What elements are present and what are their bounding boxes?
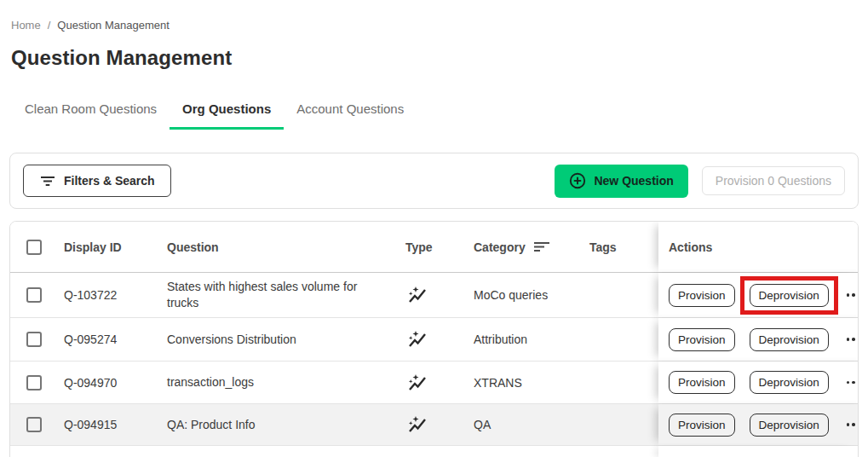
sparkle-trend-icon	[407, 415, 463, 434]
header-checkbox-cell	[10, 240, 64, 255]
type-cell	[405, 373, 474, 392]
type-cell	[405, 330, 474, 349]
tab-bar: Clean Room Questions Org Questions Accou…	[9, 101, 859, 130]
breadcrumb-home-link[interactable]: Home	[11, 19, 41, 32]
filters-search-button[interactable]: Filters & Search	[23, 165, 171, 197]
deprovision-button-wrap: Deprovision	[750, 284, 829, 307]
deprovision-button[interactable]: Deprovision	[750, 284, 829, 307]
filter-icon	[39, 173, 56, 188]
select-all-checkbox[interactable]	[26, 240, 42, 255]
tab-org-questions[interactable]: Org Questions	[170, 101, 284, 130]
sparkle-trend-icon	[407, 373, 463, 392]
category-header-label: Category	[474, 240, 526, 254]
row-checkbox[interactable]	[26, 375, 42, 390]
row-checkbox-cell	[10, 287, 64, 303]
row-checkbox[interactable]	[26, 332, 42, 347]
breadcrumb-current: Question Management	[57, 19, 170, 32]
sparkle-trend-icon	[407, 286, 463, 304]
display-id-cell: Q-103722	[64, 288, 167, 302]
more-actions-icon[interactable]	[847, 293, 859, 297]
column-header-display-id: Display ID	[64, 240, 167, 254]
question-cell: transaction_logs	[167, 374, 405, 390]
provision-button[interactable]: Provision	[669, 371, 735, 394]
provision-questions-label: Provision 0 Questions	[716, 174, 831, 188]
table-row-partial	[10, 446, 858, 457]
provision-questions-button[interactable]: Provision 0 Questions	[702, 166, 845, 195]
column-header-category: Category	[474, 240, 589, 254]
toolbar: Filters & Search New Question Provision …	[9, 153, 859, 209]
more-actions-icon[interactable]	[847, 338, 859, 341]
new-question-button[interactable]: New Question	[555, 165, 687, 198]
plus-circle-icon	[569, 172, 586, 189]
provision-button[interactable]: Provision	[669, 328, 735, 351]
question-cell: QA: Product Info	[167, 417, 405, 433]
question-management-page: Home / Question Management Question Mana…	[0, 0, 868, 457]
actions-cell: Provision Deprovision	[658, 273, 859, 317]
column-header-type: Type	[405, 240, 474, 254]
actions-cell: Provision Deprovision	[658, 404, 859, 445]
row-checkbox-cell	[10, 417, 64, 432]
question-cell: Conversions Distribution	[167, 332, 405, 348]
provision-button[interactable]: Provision	[669, 414, 735, 437]
new-question-label: New Question	[594, 174, 673, 188]
page-title: Question Management	[11, 46, 859, 70]
tab-clean-room-questions[interactable]: Clean Room Questions	[12, 101, 170, 130]
more-actions-icon[interactable]	[847, 381, 859, 385]
deprovision-button[interactable]: Deprovision	[750, 328, 829, 351]
question-cell: States with highest sales volume for tru…	[167, 279, 405, 311]
provision-button[interactable]: Provision	[669, 284, 735, 307]
table-header-row: Display ID Question Type Category Tags	[10, 222, 858, 273]
category-cell: XTRANS	[474, 376, 589, 390]
column-header-actions: Actions	[658, 222, 858, 272]
row-checkbox-cell	[10, 375, 64, 390]
sort-icon[interactable]	[534, 241, 551, 252]
category-cell: MoCo queries	[474, 288, 589, 302]
category-cell: Attribution	[474, 333, 589, 346]
display-id-cell: Q-094915	[64, 418, 167, 431]
sparkle-trend-icon	[407, 330, 463, 349]
tab-account-questions[interactable]: Account Questions	[284, 101, 417, 130]
actions-header-label: Actions	[669, 240, 712, 254]
breadcrumb: Home / Question Management	[9, 0, 859, 32]
actions-cell: Provision Deprovision	[658, 318, 859, 361]
table-row: Q-094915 QA: Product Info QA Provision D…	[10, 404, 858, 446]
actions-cell	[658, 446, 858, 457]
type-cell	[405, 415, 474, 434]
row-checkbox[interactable]	[26, 417, 42, 432]
row-checkbox-cell	[10, 332, 64, 347]
row-checkbox[interactable]	[26, 287, 42, 303]
type-cell	[405, 286, 474, 304]
questions-table: Display ID Question Type Category Tags	[9, 221, 859, 457]
display-id-cell: Q-094970	[64, 376, 167, 390]
more-actions-icon[interactable]	[847, 423, 859, 426]
table-row: Q-095274 Conversions Distribution Attrib…	[10, 318, 858, 362]
actions-cell: Provision Deprovision	[658, 362, 859, 403]
deprovision-button[interactable]: Deprovision	[750, 414, 829, 437]
breadcrumb-separator: /	[48, 19, 51, 32]
category-cell: QA	[474, 418, 589, 431]
display-id-cell: Q-095274	[64, 333, 167, 346]
column-header-tags: Tags	[589, 240, 658, 254]
deprovision-button[interactable]: Deprovision	[750, 371, 829, 394]
toolbar-right-group: New Question Provision 0 Questions	[555, 165, 845, 198]
column-header-question: Question	[167, 240, 405, 254]
table-row: Q-094970 transaction_logs XTRANS Provisi…	[10, 362, 858, 404]
table-row: Q-103722 States with highest sales volum…	[10, 273, 858, 318]
filters-search-label: Filters & Search	[64, 174, 155, 188]
